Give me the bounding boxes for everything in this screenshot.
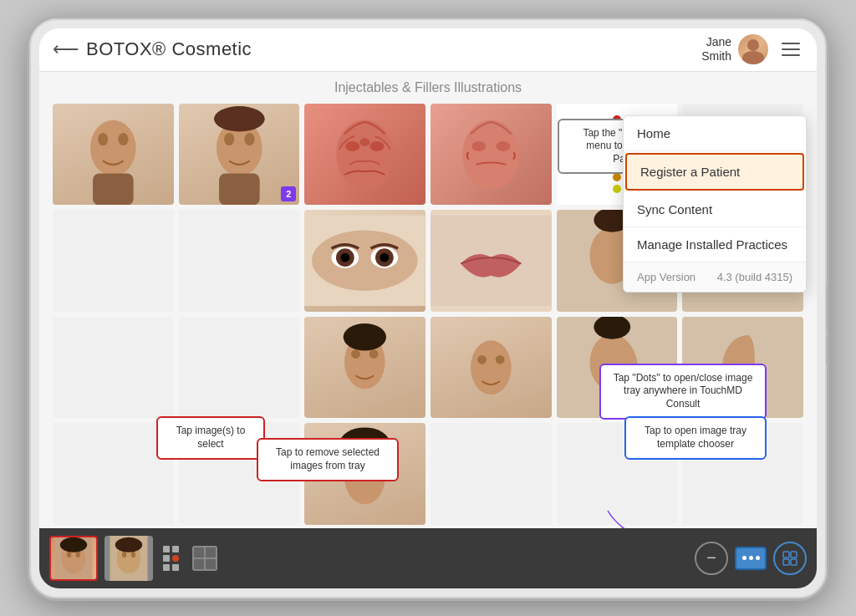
tray-dots-indicator[interactable] xyxy=(163,546,179,571)
svg-point-25 xyxy=(380,253,390,262)
svg-point-32 xyxy=(369,349,379,359)
three-dots-button[interactable] xyxy=(735,547,767,570)
power-button[interactable] xyxy=(826,285,829,331)
section-title: Injectables & Fillers Illustrations xyxy=(39,72,817,100)
tray-image-2[interactable] xyxy=(104,536,153,581)
color-dot-navy xyxy=(613,127,621,135)
app-version-value: 4.3 (build 4315) xyxy=(717,271,792,283)
svg-point-31 xyxy=(351,349,360,359)
grid-cell-e3 xyxy=(179,210,300,312)
grid-cell-muscle1[interactable] xyxy=(304,104,425,206)
svg-point-56 xyxy=(131,551,135,557)
main-content: Injectables & Fillers Illustrations xyxy=(39,72,817,528)
svg-point-41 xyxy=(369,464,379,473)
grid-cell-e4 xyxy=(53,317,174,419)
grid-cell-e9 xyxy=(53,423,174,525)
svg-point-52 xyxy=(60,537,87,552)
minus-icon: − xyxy=(706,548,716,568)
svg-point-42 xyxy=(340,427,390,459)
bottom-tray: − xyxy=(39,528,817,588)
home-button[interactable] xyxy=(826,335,829,364)
grid-cell-face4[interactable] xyxy=(431,317,552,419)
svg-point-12 xyxy=(346,140,360,150)
dot-icon xyxy=(742,556,746,560)
svg-point-55 xyxy=(122,551,126,557)
back-button[interactable]: ⟵ xyxy=(53,36,79,63)
svg-point-51 xyxy=(76,551,80,557)
grid-cell-lips[interactable] xyxy=(431,210,552,312)
grid-cell-e8 xyxy=(682,423,803,525)
svg-rect-61 xyxy=(791,559,797,565)
grid-cell-e2 xyxy=(53,210,174,312)
grid-cell-face2[interactable]: 2 xyxy=(179,104,300,206)
color-dot-yellow xyxy=(613,185,621,193)
svg-point-11 xyxy=(337,120,394,189)
svg-point-6 xyxy=(224,132,234,145)
svg-point-36 xyxy=(496,354,505,364)
app-version-row: App Version 4.3 (build 4315) xyxy=(624,262,806,292)
color-dot-orange xyxy=(613,173,621,181)
grid-view-button[interactable] xyxy=(773,542,807,575)
svg-point-14 xyxy=(360,138,370,146)
svg-rect-10 xyxy=(219,173,260,205)
color-square xyxy=(608,139,615,146)
svg-point-24 xyxy=(341,253,350,262)
grid-cell-e5 xyxy=(179,317,300,419)
tray-template-preview xyxy=(192,546,217,571)
menu-item-manage[interactable]: Manage Installed Practices xyxy=(624,227,806,262)
svg-point-16 xyxy=(471,140,486,150)
tablet-frame: ⟵ BOTOX® Cosmetic Jane Smith Injectables… xyxy=(27,16,829,601)
grid-cell-face1[interactable] xyxy=(53,104,174,206)
grid-cell-profile4[interactable] xyxy=(682,317,803,419)
grid-cell-e10 xyxy=(179,423,300,525)
svg-point-8 xyxy=(214,106,265,131)
grid-icon xyxy=(782,550,798,567)
grid-cell-muscle2[interactable] xyxy=(431,104,552,206)
header: ⟵ BOTOX® Cosmetic Jane Smith xyxy=(39,28,817,72)
svg-point-57 xyxy=(115,537,142,552)
svg-point-38 xyxy=(594,317,630,339)
svg-point-34 xyxy=(471,340,512,395)
svg-point-2 xyxy=(118,132,128,145)
svg-point-50 xyxy=(67,551,71,557)
volume-button[interactable] xyxy=(27,292,29,325)
svg-rect-58 xyxy=(783,552,789,557)
menu-item-sync[interactable]: Sync Content xyxy=(624,192,806,227)
screen: ⟵ BOTOX® Cosmetic Jane Smith Injectables… xyxy=(39,28,817,588)
user-name: Jane Smith xyxy=(701,35,731,64)
grid-cell-face3[interactable] xyxy=(304,317,425,419)
svg-point-35 xyxy=(477,354,487,364)
color-dot-blue xyxy=(613,150,621,158)
page-title: BOTOX® Cosmetic xyxy=(86,38,701,60)
dropdown-menu: Home Register a Patient Sync Content Man… xyxy=(623,115,807,293)
remove-from-tray-button[interactable]: − xyxy=(695,542,728,575)
back-icon: ⟵ xyxy=(53,38,79,60)
tray-face-image xyxy=(51,537,96,579)
hamburger-button[interactable] xyxy=(778,39,803,59)
hamburger-icon xyxy=(782,54,800,56)
dot-icon xyxy=(756,556,760,560)
hamburger-icon xyxy=(782,43,800,44)
svg-point-40 xyxy=(351,464,360,473)
hamburger-icon xyxy=(782,48,800,50)
svg-point-7 xyxy=(244,132,254,145)
color-dot-green xyxy=(613,161,621,170)
svg-point-19 xyxy=(312,231,418,291)
tray-image-selected[interactable] xyxy=(49,536,98,581)
user-info: Jane Smith xyxy=(701,34,768,64)
avatar xyxy=(738,34,768,64)
svg-rect-60 xyxy=(783,559,789,565)
svg-rect-59 xyxy=(791,552,797,557)
grid-cell-face5[interactable] xyxy=(304,423,425,525)
menu-item-home[interactable]: Home xyxy=(624,116,806,151)
svg-point-17 xyxy=(496,140,510,150)
grid-cell-e7 xyxy=(557,423,678,525)
grid-cell-eyes[interactable] xyxy=(304,210,425,312)
grid-cell-profile3[interactable] xyxy=(557,317,678,419)
svg-rect-4 xyxy=(93,173,134,205)
menu-item-register[interactable]: Register a Patient xyxy=(625,153,804,191)
svg-point-15 xyxy=(462,120,519,189)
color-dot-red xyxy=(613,115,621,124)
svg-point-1 xyxy=(98,132,108,145)
dot-icon xyxy=(749,556,753,560)
